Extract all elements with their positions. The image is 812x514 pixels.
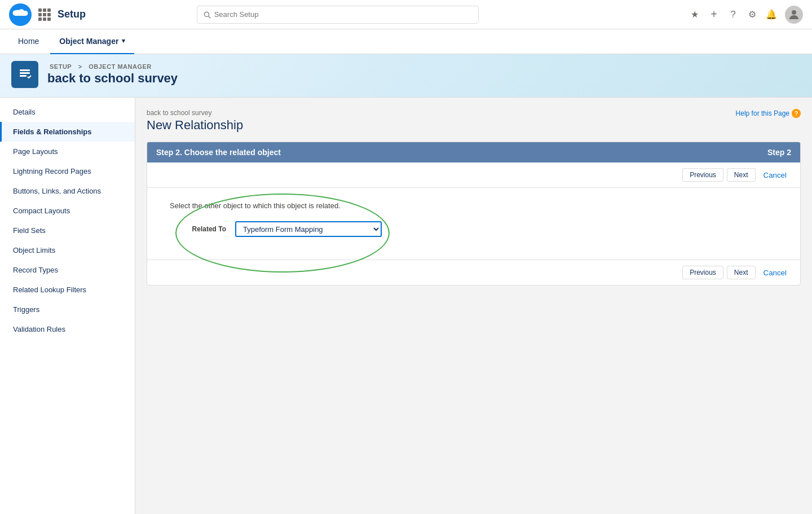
sidebar-item-fields-relationships[interactable]: Fields & Relationships [0,122,135,142]
svg-point-2 [792,10,796,15]
sidebar-item-object-limits[interactable]: Object Limits [0,240,135,260]
app-name: Setup [58,8,86,20]
star-icon[interactable]: ★ [689,9,700,20]
help-icon[interactable]: ? [727,9,739,20]
step-number: Step 2 [767,148,791,157]
chevron-down-icon: ▾ [122,37,125,45]
content-title-area: back to school survey New Relationship [147,109,243,133]
object-header-text: SETUP > OBJECT MANAGER back to school su… [47,63,178,86]
tab-home[interactable]: Home [9,29,48,54]
object-title: back to school survey [47,71,178,86]
sidebar-item-related-lookup-filters[interactable]: Related Lookup Filters [0,280,135,300]
main-content: back to school survey New Relationship H… [135,98,812,514]
cancel-button-bottom[interactable]: Cancel [759,266,792,279]
object-header: SETUP > OBJECT MANAGER back to school su… [0,54,812,98]
sidebar-item-buttons-links-actions[interactable]: Buttons, Links, and Actions [0,181,135,201]
related-to-label: Related To [170,225,226,233]
svg-rect-4 [20,72,30,74]
content-header: back to school survey New Relationship H… [147,109,801,133]
step-box: Step 2. Choose the related object Step 2… [147,142,801,285]
apps-icon[interactable] [38,8,51,21]
sidebar-item-field-sets[interactable]: Field Sets [0,221,135,240]
nav-right-icons: ★ + ? ⚙ 🔔 [689,6,803,24]
breadcrumb: SETUP > OBJECT MANAGER [47,63,178,70]
content-subtitle: back to school survey [147,109,243,117]
secondary-nav: Home Object Manager ▾ [0,29,812,54]
sidebar-item-details[interactable]: Details [0,102,135,122]
sidebar-item-validation-rules[interactable]: Validation Rules [0,319,135,339]
form-description: Select the other object to which this ob… [170,201,778,210]
step-bottom-actions: Previous Next Cancel [147,260,800,285]
sidebar-item-record-types[interactable]: Record Types [0,260,135,280]
sidebar-item-lightning-record-pages[interactable]: Lightning Record Pages [0,161,135,181]
top-nav: Setup ★ + ? ⚙ 🔔 [0,0,812,29]
previous-button-bottom[interactable]: Previous [682,266,723,279]
related-to-row: Related To Typeform Form Mapping [170,221,778,237]
previous-button-top[interactable]: Previous [682,168,723,182]
sidebar-item-triggers[interactable]: Triggers [0,300,135,319]
salesforce-logo [9,3,32,26]
object-icon [11,61,38,88]
tab-object-manager[interactable]: Object Manager ▾ [50,29,134,54]
cancel-button-top[interactable]: Cancel [759,168,792,182]
form-area: Select the other object to which this ob… [147,188,800,260]
user-avatar[interactable] [785,6,803,24]
add-icon[interactable]: + [708,9,720,20]
help-link[interactable]: Help for this Page ? [736,109,801,118]
settings-icon[interactable]: ⚙ [747,9,758,20]
search-bar[interactable] [197,6,479,24]
sidebar-item-page-layouts[interactable]: Page Layouts [0,142,135,161]
bell-icon[interactable]: 🔔 [766,9,777,20]
sidebar-item-compact-layouts[interactable]: Compact Layouts [0,201,135,221]
next-button-bottom[interactable]: Next [727,266,756,279]
sidebar: Details Fields & Relationships Page Layo… [0,98,135,514]
next-button-top[interactable]: Next [727,168,756,182]
related-to-select[interactable]: Typeform Form Mapping [235,221,382,237]
svg-rect-5 [20,75,27,77]
main-layout: Details Fields & Relationships Page Layo… [0,98,812,514]
search-input[interactable] [214,10,473,19]
page-title: New Relationship [147,118,243,133]
help-circle-icon: ? [792,109,801,118]
svg-rect-3 [20,69,30,71]
step-top-actions: Previous Next Cancel [147,162,800,188]
svg-line-1 [208,16,210,17]
step-header: Step 2. Choose the related object Step 2 [147,142,800,162]
step-title: Step 2. Choose the related object [156,148,281,157]
